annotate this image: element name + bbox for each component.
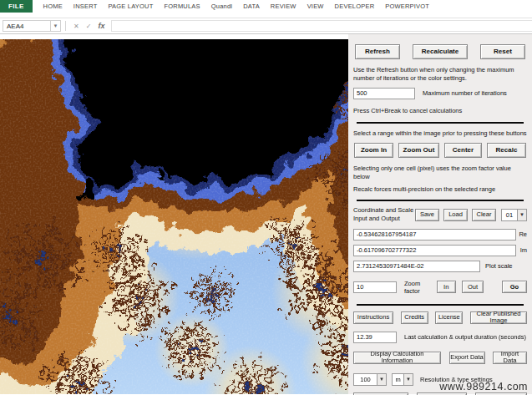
im-input[interactable] [353, 245, 516, 256]
load-button[interactable]: Load [443, 209, 468, 221]
ribbon-tab-formulas[interactable]: FORMULAS [164, 0, 200, 13]
plot-scale-input[interactable] [353, 261, 480, 272]
chevron-down-icon[interactable]: ▼ [403, 374, 413, 385]
coord-section-label: Coordinate and Scale Input and Output [353, 206, 415, 223]
chevron-down-icon[interactable]: ▼ [377, 374, 386, 385]
chevron-down-icon[interactable]: ▼ [517, 210, 526, 220]
ribbon-tab-data[interactable]: DATA [243, 0, 260, 13]
save-button[interactable]: Save [415, 209, 439, 221]
clear-published-image-button[interactable]: Clear Published Image [470, 311, 527, 324]
ribbon-tab-view[interactable]: VIEW [307, 0, 324, 13]
formula-input[interactable] [111, 20, 532, 32]
insert-function-icon[interactable]: fx [98, 22, 104, 30]
reset-button[interactable]: Reset [480, 44, 525, 59]
ribbon-tab-quandl[interactable]: Quandl [211, 0, 232, 13]
zoom-out-button[interactable]: Zoom Out [398, 143, 439, 158]
ribbon-tab-insert[interactable]: INSERT [73, 0, 98, 13]
im-label: Im [516, 246, 527, 254]
recalc-button[interactable]: Recalc [487, 143, 526, 158]
name-box[interactable]: AEA4 [3, 20, 51, 32]
refresh-button[interactable]: Refresh [355, 44, 400, 59]
display-calc-info-button[interactable]: Display Calculation Information [353, 352, 441, 364]
zoom-factor-input[interactable] [353, 281, 397, 293]
recalculate-button[interactable]: Recalculate [413, 44, 468, 59]
max-iterations-input[interactable] [353, 88, 415, 99]
re-input[interactable] [353, 229, 516, 241]
divider [357, 304, 524, 306]
license-button[interactable]: License [435, 311, 463, 324]
out-button[interactable]: Out [462, 281, 484, 293]
instructions-button[interactable]: Instructions [353, 311, 393, 324]
range-note: Select a range within the image prior to… [353, 129, 527, 138]
duration-label: Last calculation & output duration (seco… [404, 333, 526, 341]
ribbon-tabs: HOMEINSERTPAGE LAYOUTFORMULASQuandlDATAR… [33, 0, 430, 13]
ribbon-tab-developer[interactable]: DEVELOPER [335, 0, 375, 13]
ribbon-tab-review[interactable]: REVIEW [271, 0, 296, 13]
zoom-factor-label: Zoom factor [404, 280, 437, 295]
center-button[interactable]: Center [444, 143, 482, 158]
duration-input[interactable] [353, 332, 397, 343]
resolution-value: 100 [354, 374, 377, 385]
ribbon-tab-bar: FILE HOMEINSERTPAGE LAYOUTFORMULASQuandl… [0, 0, 532, 18]
worksheet-fractal-area[interactable] [0, 34, 348, 394]
name-box-dropdown-icon[interactable]: ▼ [51, 20, 61, 32]
slot-select[interactable]: 01 ▼ [501, 209, 527, 221]
type-value: m [393, 374, 403, 385]
refresh-note: Use the Refresh button when only changin… [353, 66, 527, 83]
divider [357, 200, 524, 201]
slot-value: 01 [502, 210, 517, 220]
type-select[interactable]: m ▼ [392, 373, 413, 386]
divider [65, 21, 66, 31]
resolution-select[interactable]: 100 ▼ [353, 373, 387, 386]
ribbon-tab-page-layout[interactable]: PAGE LAYOUT [108, 0, 153, 13]
watermark: www.989214.com [439, 381, 528, 392]
credits-button[interactable]: Credits [401, 311, 428, 324]
control-panel: Refresh Recalculate Reset Use the Refres… [348, 34, 532, 394]
in-button[interactable]: In [437, 281, 456, 293]
ribbon-tab-home[interactable]: HOME [43, 0, 63, 13]
zoom-in-button[interactable]: Zoom In [354, 143, 393, 158]
plot-scale-label: Plot scale [485, 262, 513, 270]
clear-button[interactable]: Clear [472, 209, 496, 221]
tab-file[interactable]: FILE [0, 0, 33, 13]
fractal-image [0, 39, 357, 394]
export-data-button[interactable]: Export Data [449, 352, 485, 364]
cancel-note: Press Ctrl+Break to cancel calculations [353, 107, 527, 115]
re-label: Re [516, 230, 527, 238]
go-button[interactable]: Go [502, 281, 527, 293]
multiprecision-note: Recalc forces multi-precision on the sel… [353, 185, 527, 194]
one-cell-note: Selecting only one cell (pixel) uses the… [353, 165, 527, 181]
divider [357, 122, 524, 124]
enter-icon[interactable]: ✓ [86, 23, 92, 30]
formula-bar: AEA4 ▼ ✕ ✓ fx [0, 18, 532, 34]
cancel-icon[interactable]: ✕ [73, 23, 79, 30]
import-data-button[interactable]: Import Data [493, 352, 527, 364]
excel-window: FILE HOMEINSERTPAGE LAYOUTFORMULASQuandl… [0, 0, 532, 395]
ribbon-tab-powerpivot[interactable]: POWERPIVOT [385, 0, 429, 13]
max-iterations-label: Maximum number of iterations [423, 89, 507, 97]
